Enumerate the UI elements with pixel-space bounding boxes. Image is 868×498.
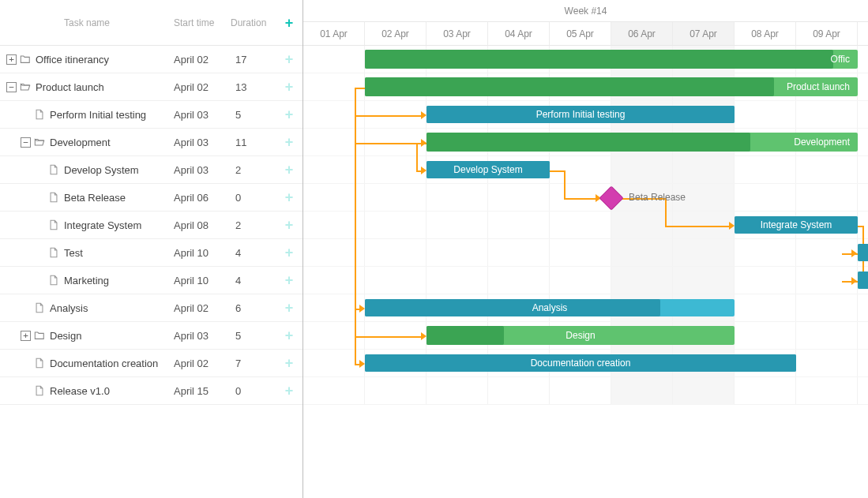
timeline-row[interactable] bbox=[303, 239, 868, 267]
bar-label: Perform Initial testing bbox=[532, 109, 630, 120]
file-icon bbox=[34, 109, 45, 120]
task-name-cell[interactable]: −Development bbox=[0, 137, 174, 148]
expand-icon[interactable]: + bbox=[6, 54, 17, 65]
file-icon bbox=[34, 385, 45, 396]
col-header-add[interactable]: + bbox=[278, 16, 300, 30]
task-name-cell[interactable]: Documentation creation bbox=[0, 358, 174, 369]
day-header: 02 Apr bbox=[365, 22, 426, 45]
grid-row[interactable]: −DevelopmentApril 0311+ bbox=[0, 129, 302, 156]
grid-row[interactable]: MarketingApril 104+ bbox=[0, 267, 302, 294]
grid-row[interactable]: Release v1.0April 150+ bbox=[0, 377, 302, 405]
task-name-cell[interactable]: Integrate System bbox=[0, 219, 174, 231]
task-name-cell[interactable]: −Product launch bbox=[0, 81, 174, 93]
add-subtask-icon[interactable]: + bbox=[285, 383, 294, 399]
task-name-cell[interactable]: Develop System bbox=[0, 164, 174, 176]
add-subtask-icon[interactable]: + bbox=[285, 51, 294, 67]
add-subtask-icon[interactable]: + bbox=[285, 245, 294, 260]
gantt-group-bar[interactable]: Development bbox=[426, 133, 858, 152]
task-start: April 03 bbox=[174, 137, 231, 148]
task-name-cell[interactable]: Release v1.0 bbox=[0, 385, 174, 397]
day-headers: 01 Apr02 Apr03 Apr04 Apr05 Apr06 Apr07 A… bbox=[303, 22, 868, 46]
gantt-task-bar[interactable]: Analysis bbox=[365, 299, 735, 316]
task-name-cell[interactable]: +Design bbox=[0, 330, 174, 342]
task-duration: 0 bbox=[231, 192, 278, 204]
task-duration: 4 bbox=[231, 275, 278, 286]
task-label: Marketing bbox=[64, 275, 109, 286]
add-subtask-icon[interactable]: + bbox=[285, 134, 294, 150]
timeline-row[interactable]: Documentation creation bbox=[303, 350, 868, 377]
folder-open-icon bbox=[20, 81, 31, 92]
add-subtask-icon[interactable]: + bbox=[285, 355, 294, 371]
grid-row[interactable]: +DesignApril 035+ bbox=[0, 322, 302, 350]
timeline-row[interactable] bbox=[303, 267, 868, 294]
grid-row[interactable]: +Office itinerancyApril 0217+ bbox=[0, 46, 302, 73]
gantt-task-bar[interactable] bbox=[858, 244, 868, 261]
grid-row[interactable]: Integrate SystemApril 082+ bbox=[0, 212, 302, 239]
milestone-label: Beta Release bbox=[629, 192, 686, 203]
grid-row[interactable]: −Product launchApril 0213+ bbox=[0, 73, 302, 101]
day-header: 01 Apr bbox=[303, 22, 365, 45]
task-label: Develop System bbox=[64, 164, 139, 176]
folder-icon bbox=[20, 54, 31, 65]
task-name-cell[interactable]: Test bbox=[0, 247, 174, 259]
timeline-row[interactable]: Develop System bbox=[303, 156, 868, 184]
task-duration: 0 bbox=[231, 385, 278, 397]
task-name-cell[interactable]: +Office itinerancy bbox=[0, 54, 174, 66]
task-duration: 17 bbox=[231, 54, 278, 66]
task-label: Design bbox=[50, 330, 81, 342]
timeline-row[interactable]: Development bbox=[303, 129, 868, 156]
gantt-task-bar[interactable]: Integrate System bbox=[735, 216, 858, 234]
timeline-row[interactable]: Product launch bbox=[303, 73, 868, 101]
timeline-body[interactable]: OfficProduct launchPerform Initial testi… bbox=[303, 46, 868, 405]
timeline-row[interactable]: Integrate System bbox=[303, 212, 868, 239]
add-subtask-icon[interactable]: + bbox=[285, 217, 294, 233]
timeline[interactable]: Week #14 01 Apr02 Apr03 Apr04 Apr05 Apr0… bbox=[303, 0, 868, 498]
grid-row[interactable]: Develop SystemApril 032+ bbox=[0, 156, 302, 184]
bar-label: Analysis bbox=[528, 302, 573, 313]
grid-row[interactable]: AnalysisApril 026+ bbox=[0, 294, 302, 322]
gantt-group-bar[interactable]: Offic bbox=[365, 50, 858, 69]
task-name-cell[interactable]: Perform Initial testing bbox=[0, 109, 174, 121]
day-header: 04 Apr bbox=[488, 22, 550, 45]
timeline-row[interactable]: Analysis bbox=[303, 294, 868, 322]
add-subtask-icon[interactable]: + bbox=[285, 189, 294, 205]
task-label: Beta Release bbox=[64, 192, 126, 204]
grid-row[interactable]: TestApril 104+ bbox=[0, 239, 302, 267]
progress-fill bbox=[365, 77, 774, 96]
task-duration: 5 bbox=[231, 330, 278, 342]
task-grid: Task name Start time Duration + +Office … bbox=[0, 0, 303, 498]
day-header: 07 Apr bbox=[673, 22, 735, 45]
task-label: Integrate System bbox=[64, 219, 141, 231]
task-name-cell[interactable]: Marketing bbox=[0, 275, 174, 286]
grid-row[interactable]: Perform Initial testingApril 035+ bbox=[0, 101, 302, 129]
gantt-task-bar[interactable]: Documentation creation bbox=[365, 354, 796, 372]
timeline-row[interactable] bbox=[303, 377, 868, 405]
gantt-group-bar[interactable]: Design bbox=[426, 326, 735, 345]
progress-fill bbox=[426, 326, 504, 345]
add-task-icon[interactable]: + bbox=[285, 15, 294, 31]
add-subtask-icon[interactable]: + bbox=[285, 79, 294, 95]
timeline-row[interactable]: Design bbox=[303, 322, 868, 350]
collapse-icon[interactable]: − bbox=[6, 82, 17, 92]
gantt-task-bar[interactable]: Perform Initial testing bbox=[426, 106, 735, 123]
gantt-task-bar[interactable] bbox=[858, 271, 868, 289]
timeline-row[interactable]: Beta Release bbox=[303, 184, 868, 212]
task-name-cell[interactable]: Analysis bbox=[0, 302, 174, 314]
task-label: Product launch bbox=[36, 81, 104, 93]
timeline-row[interactable]: Perform Initial testing bbox=[303, 101, 868, 129]
add-subtask-icon[interactable]: + bbox=[285, 107, 294, 122]
collapse-icon[interactable]: − bbox=[21, 137, 31, 148]
grid-row[interactable]: Documentation creationApril 027+ bbox=[0, 350, 302, 377]
bar-label: Development bbox=[789, 137, 858, 148]
task-duration: 5 bbox=[231, 109, 278, 121]
add-subtask-icon[interactable]: + bbox=[285, 162, 294, 178]
add-subtask-icon[interactable]: + bbox=[285, 300, 294, 316]
add-subtask-icon[interactable]: + bbox=[285, 272, 294, 288]
timeline-row[interactable]: Offic bbox=[303, 46, 868, 73]
grid-row[interactable]: Beta ReleaseApril 060+ bbox=[0, 184, 302, 212]
task-name-cell[interactable]: Beta Release bbox=[0, 192, 174, 204]
gantt-task-bar[interactable]: Develop System bbox=[426, 161, 550, 178]
expand-icon[interactable]: + bbox=[21, 331, 31, 341]
gantt-group-bar[interactable]: Product launch bbox=[365, 77, 858, 96]
add-subtask-icon[interactable]: + bbox=[285, 328, 294, 343]
